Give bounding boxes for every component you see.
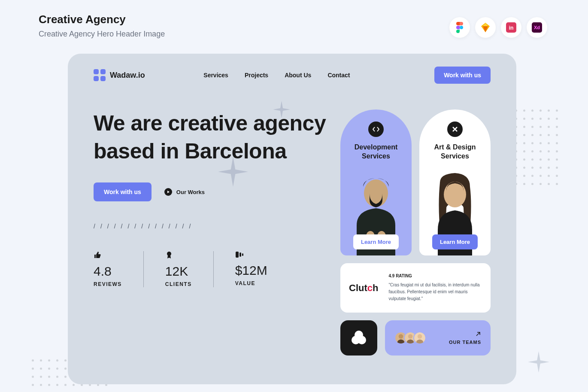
stat-value: 4.8 <box>94 264 122 279</box>
svg-rect-12 <box>242 253 243 256</box>
svg-rect-10 <box>236 252 239 258</box>
stats-row: 4.8 REVIEWS 12K CLIENTS $12M VALUE <box>94 251 327 287</box>
dot-pattern-decoration <box>515 109 558 185</box>
service-title: Development Services <box>346 143 406 161</box>
svg-point-19 <box>358 336 366 344</box>
review-text: "Cras feugiat mi ut dui facilisis, in in… <box>388 282 482 302</box>
page-header: Creative Agency Creative Agency Hero Hea… <box>39 13 165 39</box>
stat-label: VALUE <box>235 280 267 286</box>
sparkle-icon <box>273 101 290 118</box>
stat-label: CLIENTS <box>165 281 192 287</box>
stat-value-money: $12M VALUE <box>235 251 289 287</box>
money-icon <box>235 251 244 258</box>
hero-title: We are creative agency based in Barcelon… <box>94 109 327 165</box>
svg-point-21 <box>399 334 403 338</box>
figma-icon[interactable] <box>449 17 470 38</box>
hero-cta-button[interactable]: Work with us <box>94 182 152 201</box>
stat-label: REVIEWS <box>94 281 122 287</box>
svg-point-16 <box>444 182 466 207</box>
svg-point-9 <box>167 252 171 256</box>
hero-right: Development Services Learn More <box>340 109 491 356</box>
svg-point-0 <box>460 26 463 29</box>
bottom-row: OUR TEAMS <box>340 320 491 356</box>
svg-text:in: in <box>509 25 514 31</box>
nav-link-services[interactable]: Services <box>203 72 228 79</box>
logo[interactable]: Wadaw.io <box>94 69 145 81</box>
svg-point-23 <box>408 334 412 338</box>
clutch-logo: Clutch <box>349 283 378 294</box>
play-icon <box>164 188 172 196</box>
our-works-label: Our Works <box>176 189 205 195</box>
tool-badges: in Xd <box>449 17 547 38</box>
xd-icon[interactable]: Xd <box>527 17 547 38</box>
design-icon <box>447 122 463 137</box>
hero-left: We are creative agency based in Barcelon… <box>94 109 327 356</box>
teams-card[interactable]: OUR TEAMS <box>385 320 491 356</box>
service-title: Art & Design Services <box>425 143 485 161</box>
service-card-development[interactable]: Development Services Learn More <box>340 109 412 255</box>
avatar <box>413 331 426 344</box>
svg-point-25 <box>418 334 422 338</box>
award-icon <box>165 251 173 259</box>
sketch-icon[interactable] <box>475 17 496 38</box>
header-cta-button[interactable]: Work with us <box>434 67 491 84</box>
hero-card: Wadaw.io Services Projects About Us Cont… <box>68 54 516 384</box>
review-card: Clutch 4.9 RATING "Cras feugiat mi ut du… <box>340 263 491 313</box>
service-card-art-design[interactable]: Art & Design Services Learn More <box>419 109 491 255</box>
teams-label: OUR TEAMS <box>449 340 481 345</box>
teams-right: OUR TEAMS <box>449 331 481 345</box>
sparkle-icon <box>218 157 248 187</box>
service-cards: Development Services Learn More <box>340 109 491 255</box>
nav-link-contact[interactable]: Contact <box>327 72 350 79</box>
arrow-icon <box>475 331 481 337</box>
rating-label: 4.9 RATING <box>388 273 482 278</box>
learn-more-button[interactable]: Learn More <box>353 234 399 249</box>
page-title: Creative Agency <box>39 13 165 26</box>
overlap-circles-icon[interactable] <box>340 320 377 356</box>
brand-name: Wadaw.io <box>110 71 145 80</box>
nav-links: Services Projects About Us Contact <box>203 72 350 79</box>
avatar-stack <box>394 331 426 344</box>
divider-slashes: /////////////// <box>94 223 327 230</box>
svg-rect-8 <box>100 76 106 81</box>
navbar: Wadaw.io Services Projects About Us Cont… <box>94 67 491 84</box>
our-works-button[interactable]: Our Works <box>164 188 205 196</box>
code-icon <box>368 122 384 137</box>
nav-link-about[interactable]: About Us <box>285 72 311 79</box>
page-subtitle: Creative Agency Hero Header Image <box>39 30 165 39</box>
svg-rect-7 <box>94 76 99 81</box>
stat-clients: 12K CLIENTS <box>165 251 214 287</box>
thumbs-up-icon <box>94 251 101 259</box>
hero-actions: Work with us Our Works <box>94 182 327 201</box>
stat-value: 12K <box>165 264 192 279</box>
svg-point-13 <box>364 179 388 207</box>
invision-icon[interactable]: in <box>501 17 521 38</box>
hero-content: We are creative agency based in Barcelon… <box>94 109 491 356</box>
svg-rect-6 <box>100 69 106 74</box>
svg-rect-11 <box>239 252 241 257</box>
svg-text:Xd: Xd <box>534 25 540 30</box>
sparkle-icon <box>528 351 549 373</box>
stat-reviews: 4.8 REVIEWS <box>94 251 144 287</box>
logo-mark-icon <box>94 69 106 81</box>
review-content: 4.9 RATING "Cras feugiat mi ut dui facil… <box>388 273 482 302</box>
nav-link-projects[interactable]: Projects <box>245 72 268 79</box>
stat-value: $12M <box>235 263 267 278</box>
svg-rect-5 <box>94 69 99 74</box>
learn-more-button[interactable]: Learn More <box>432 234 478 249</box>
